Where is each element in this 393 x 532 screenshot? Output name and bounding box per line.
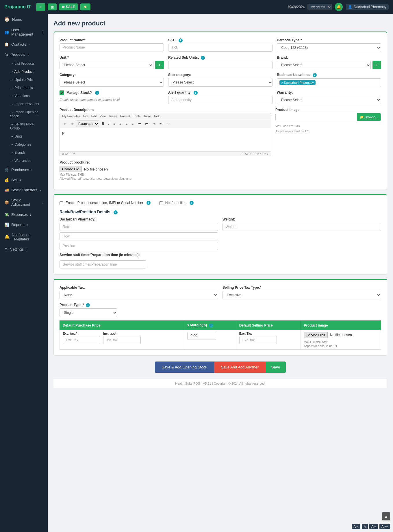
sidebar-item-contacts[interactable]: 📋 Contacts › xyxy=(0,39,48,49)
editor-menu-myfav[interactable]: My Favorites xyxy=(62,114,80,118)
save-opening-stock-button[interactable]: Save & Add Opening Stock xyxy=(155,362,214,373)
sidebar-item-products[interactable]: 🛍 Products ‹ xyxy=(0,49,48,60)
sidebar-sub-categories[interactable]: → Categories xyxy=(0,140,48,149)
editor-italic-button[interactable]: I xyxy=(107,121,111,126)
sub-category-select[interactable]: Please Select xyxy=(168,78,272,87)
not-selling-info-icon[interactable]: i xyxy=(190,201,194,205)
sku-input[interactable] xyxy=(168,44,272,52)
barcode-type-select[interactable]: Code 128 (C128) Code 39 EAN-13 xyxy=(277,43,381,52)
editor-menu-tools[interactable]: Tools xyxy=(133,114,141,118)
sidebar-sub-variations[interactable]: → Variations xyxy=(0,92,48,100)
sidebar-item-stock-adjustment[interactable]: 📦 Stock Adjustment › xyxy=(0,195,48,210)
font-increase-button[interactable]: A + xyxy=(369,524,378,529)
nav-chart-button[interactable]: ▦ xyxy=(48,3,57,10)
brand-add-button[interactable]: + xyxy=(372,61,381,69)
nav-plus-button[interactable]: ＋ xyxy=(36,3,45,11)
brand-select[interactable]: Please Select xyxy=(277,61,371,69)
editor-align-right-button[interactable]: ≡ xyxy=(124,121,129,126)
alert-qty-info-icon[interactable]: i xyxy=(194,91,198,95)
nav-cash-button[interactable]: 💵 xyxy=(80,3,90,10)
editor-menu-view[interactable]: View xyxy=(100,114,107,118)
editor-indent-button[interactable]: ⇥ xyxy=(151,121,157,126)
editor-redo-button[interactable]: ↪ xyxy=(69,121,75,126)
notification-bell[interactable]: 🔔 xyxy=(335,3,343,11)
browse-button[interactable]: 📁 Browse... xyxy=(357,113,381,121)
editor-menu-file[interactable]: File xyxy=(83,114,88,118)
sidebar-sub-add-product[interactable]: → Add Product xyxy=(0,68,48,76)
enable-desc-info-icon[interactable]: i xyxy=(147,201,151,205)
service-timer-input[interactable] xyxy=(60,260,146,268)
editor-menu-insert[interactable]: Insert xyxy=(109,114,117,118)
sidebar-item-purchases[interactable]: 🛒 Purchases › xyxy=(0,165,48,175)
editor-menu-edit[interactable]: Edit xyxy=(91,114,97,118)
margin-info-icon[interactable]: i xyxy=(209,323,213,327)
not-for-selling-checkbox[interactable] xyxy=(159,201,163,205)
product-type-info-icon[interactable]: i xyxy=(86,303,90,307)
weight-input[interactable] xyxy=(223,223,381,231)
editor-undo-button[interactable]: ↩ xyxy=(62,121,68,126)
exc-sell-input[interactable] xyxy=(239,336,277,344)
rack-info-icon[interactable]: i xyxy=(114,210,118,214)
row-input[interactable] xyxy=(60,232,218,240)
editor-body[interactable]: p xyxy=(60,128,271,151)
position-input[interactable] xyxy=(60,242,218,250)
sidebar-sub-selling-price[interactable]: → Selling Price Group xyxy=(0,120,48,132)
unit-add-button[interactable]: + xyxy=(155,61,164,69)
nav-sale-button[interactable]: ⊕ SALE xyxy=(59,3,78,10)
margin-input[interactable] xyxy=(187,332,216,340)
editor-menu-help[interactable]: Help xyxy=(154,114,161,118)
editor-menu-format[interactable]: Format xyxy=(120,114,130,118)
sidebar-item-notification-templates[interactable]: 🔔 Notification Templates xyxy=(0,230,48,244)
sub-units-info-icon[interactable]: i xyxy=(201,56,205,60)
save-button[interactable]: Save xyxy=(266,362,286,373)
sidebar-sub-print-labels[interactable]: → Print Labels xyxy=(0,84,48,92)
brochure-choose-file-button[interactable]: Choose File xyxy=(60,166,82,172)
language-select[interactable]: ভাষা বেছে নিন xyxy=(307,4,332,10)
editor-align-center-button[interactable]: ≡ xyxy=(118,121,123,126)
editor-ul-button[interactable]: ≔ xyxy=(136,121,142,126)
font-increase-more-button[interactable]: A ++ xyxy=(379,524,390,529)
warranty-select[interactable]: Please Select xyxy=(277,96,381,104)
sidebar-sub-brands[interactable]: → Brands xyxy=(0,149,48,157)
sidebar-sub-import-opening[interactable]: → Import Opening Stock xyxy=(0,108,48,120)
sidebar-item-user-management[interactable]: 👥 User Management › xyxy=(0,25,48,39)
editor-paragraph-select[interactable]: Paragraph xyxy=(76,121,99,127)
alert-quantity-input[interactable] xyxy=(168,96,272,104)
sidebar-sub-units[interactable]: → Units xyxy=(0,132,48,140)
product-type-select[interactable]: Single Variable xyxy=(60,308,117,317)
tag-close-icon[interactable]: × xyxy=(281,81,283,84)
sidebar-item-settings[interactable]: ⚙ Settings › xyxy=(0,244,48,254)
category-select[interactable]: Please Select xyxy=(60,78,164,87)
editor-ol-button[interactable]: ≔ xyxy=(144,121,150,126)
scroll-top-button[interactable]: ▲ xyxy=(382,512,390,520)
inc-tax-input[interactable] xyxy=(103,336,141,344)
related-sub-units-input[interactable] xyxy=(168,61,272,69)
font-reset-button[interactable]: A xyxy=(362,524,368,529)
sidebar-item-reports[interactable]: 📊 Reports › xyxy=(0,220,48,230)
editor-more-button[interactable]: ··· xyxy=(165,121,171,126)
manage-stock-info-icon[interactable]: i xyxy=(95,91,99,95)
unit-select[interactable]: Please Select xyxy=(60,61,153,69)
sidebar-item-stock-transfers[interactable]: 🚚 Stock Transfers › xyxy=(0,185,48,195)
editor-align-justify-button[interactable]: ≡ xyxy=(130,121,135,126)
save-add-another-button[interactable]: Save And Add Another xyxy=(214,362,266,373)
editor-outdent-button[interactable]: ⇤ xyxy=(158,121,164,126)
font-decrease-button[interactable]: A − xyxy=(352,524,360,529)
sidebar-sub-warranties[interactable]: → Warranties xyxy=(0,157,48,165)
product-img-choose-button[interactable]: Choose Files xyxy=(304,332,327,338)
enable-desc-checkbox[interactable] xyxy=(60,201,63,205)
product-name-input[interactable] xyxy=(60,43,164,51)
exc-tax-input[interactable] xyxy=(63,336,100,344)
editor-align-left-button[interactable]: ≡ xyxy=(112,121,117,126)
sidebar-item-sell[interactable]: 💰 Sell › xyxy=(0,175,48,185)
selling-price-tax-select[interactable]: Exclusive Inclusive xyxy=(223,291,381,299)
editor-bold-button[interactable]: B xyxy=(100,121,106,126)
applicable-tax-select[interactable]: None xyxy=(60,291,218,299)
biz-loc-info-icon[interactable]: i xyxy=(313,73,317,77)
sidebar-sub-import-products[interactable]: → Import Products xyxy=(0,100,48,108)
product-image-input[interactable] xyxy=(276,113,357,121)
sku-info-icon[interactable]: i xyxy=(179,38,183,42)
rack-input[interactable] xyxy=(60,223,218,231)
editor-menu-table[interactable]: Table xyxy=(143,114,151,118)
manage-stock-checkbox[interactable] xyxy=(60,90,64,95)
